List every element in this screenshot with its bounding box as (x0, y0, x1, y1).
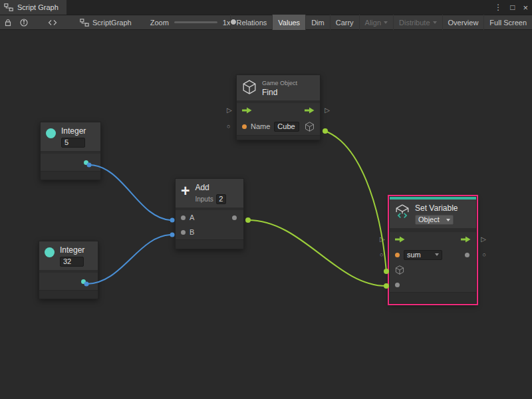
align-button[interactable]: Align (359, 15, 393, 30)
graph-breadcrumb[interactable]: ScriptGraph (80, 19, 132, 27)
wire-endpoint (245, 217, 251, 223)
kebab-menu-icon[interactable]: ⋮ (494, 3, 502, 12)
connection-add-to-setvariable-value[interactable] (248, 220, 386, 286)
wire-endpoint (384, 283, 389, 289)
chevron-down-icon (433, 21, 437, 24)
window-controls: ⋮ □ × (494, 0, 528, 15)
chevrons-icon[interactable] (48, 19, 57, 27)
connection-find-to-setvariable-object[interactable] (325, 131, 386, 271)
wire-endpoint (170, 218, 175, 223)
fullscreen-button[interactable]: Full Screen (483, 15, 532, 30)
graph-icon (80, 19, 89, 27)
connection-integer5-to-add-a[interactable] (89, 165, 172, 220)
relations-button[interactable]: Relations (230, 15, 272, 30)
graph-name: ScriptGraph (92, 19, 132, 27)
zoom-label: Zoom (150, 19, 169, 27)
script-graph-window: Script Graph ⋮ □ × ScriptGraph Zoom 1x R… (0, 0, 532, 399)
carry-button[interactable]: Carry (330, 15, 359, 30)
window-tab[interactable]: Script Graph (0, 0, 66, 15)
wire-endpoint (87, 163, 92, 168)
values-button[interactable]: Values (272, 15, 305, 30)
zoom-value: 1x (223, 19, 231, 27)
dim-button[interactable]: Dim (305, 15, 330, 30)
titlebar: Script Graph ⋮ □ × (0, 0, 532, 15)
maximize-icon[interactable]: □ (510, 3, 515, 12)
wire-endpoint (323, 128, 328, 134)
connections-layer (0, 30, 532, 399)
overview-button[interactable]: Overview (442, 15, 484, 30)
lock-icon[interactable] (4, 19, 12, 27)
connection-integer32-to-add-b[interactable] (86, 235, 172, 284)
toolbar-buttons: Relations Values Dim Carry Align Distrib… (230, 15, 532, 30)
graph-canvas[interactable]: Integer 5 Integer 32 (0, 30, 532, 399)
wire-endpoint (84, 282, 89, 287)
graph-toolbar: ScriptGraph Zoom 1x Relations Values Dim… (0, 15, 532, 30)
zoom-slider-knob[interactable] (230, 19, 237, 25)
wire-endpoint (384, 269, 389, 274)
close-icon[interactable]: × (523, 3, 528, 13)
tab-title: Script Graph (17, 3, 59, 11)
info-icon[interactable] (20, 19, 28, 27)
chevron-down-icon (384, 21, 388, 24)
zoom-slider[interactable] (174, 21, 217, 23)
script-graph-icon (4, 3, 13, 11)
distribute-button[interactable]: Distribute (393, 15, 442, 30)
wire-endpoint (170, 233, 175, 237)
